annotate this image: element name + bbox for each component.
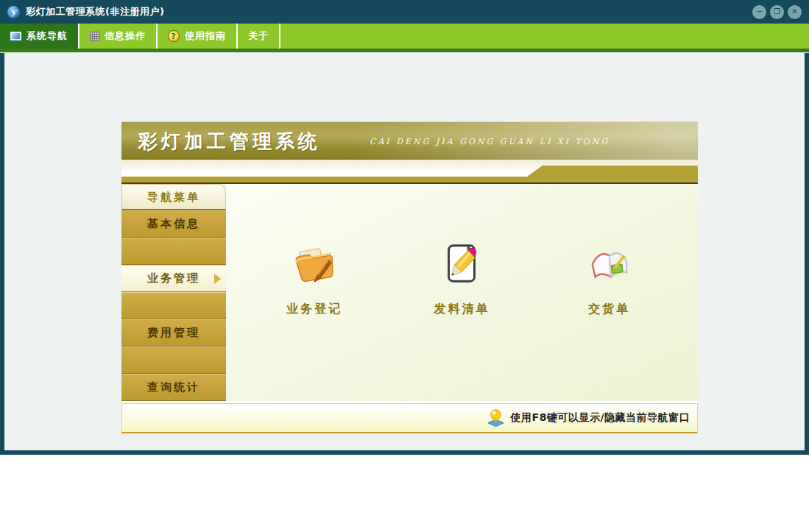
tab-label: 系统导航 xyxy=(27,29,68,43)
sidebar-item-spacer xyxy=(121,238,226,265)
app-logo-icon: y xyxy=(7,6,20,18)
shortcut-delivery-note[interactable]: 交货单 xyxy=(551,241,668,317)
app-window: y 彩灯加工管理系统(非注册用户) ─ ❐ ✕ 系统导航 信息操作 使用指南 xyxy=(0,0,809,455)
close-icon[interactable]: ✕ xyxy=(788,5,802,19)
panel-body: 导航菜单 基本信息 业务管理 费用管理 查询统计 xyxy=(121,184,698,401)
delivery-note-icon xyxy=(587,241,632,287)
banner-decor-band xyxy=(121,160,698,184)
grid-icon xyxy=(90,32,99,41)
menu-tabbar: 系统导航 信息操作 使用指南 关于 xyxy=(0,24,809,49)
minimize-icon[interactable]: ─ xyxy=(752,5,766,19)
document-pencil-icon xyxy=(439,241,485,287)
lightbulb-icon xyxy=(486,408,506,428)
sidebar-header: 导航菜单 xyxy=(121,184,226,210)
sidebar-item-fee-management[interactable]: 费用管理 xyxy=(121,319,226,347)
tab-info-operation[interactable]: 信息操作 xyxy=(80,24,158,49)
panel-banner: 彩灯加工管理系统 CAI DENG JIA GONG GUAN LI XI TO… xyxy=(121,121,698,160)
shortcut-content: 业务登记 发料清单 xyxy=(226,184,698,401)
tab-user-guide[interactable]: 使用指南 xyxy=(158,24,238,49)
window-controls: ─ ❐ ✕ xyxy=(752,5,802,19)
shortcut-label: 发料清单 xyxy=(434,302,490,317)
tab-label: 信息操作 xyxy=(105,29,146,43)
sidebar-item-spacer xyxy=(121,347,226,374)
shortcut-material-issue-list[interactable]: 发料清单 xyxy=(403,241,521,317)
tab-label: 使用指南 xyxy=(185,29,226,43)
window-title: 彩灯加工管理系统(非注册用户) xyxy=(26,5,164,18)
titlebar: y 彩灯加工管理系统(非注册用户) ─ ❐ ✕ xyxy=(0,0,809,24)
gold-bottom-strip xyxy=(121,177,698,182)
shortcut-label: 业务登记 xyxy=(286,302,342,317)
shortcut-label: 交货单 xyxy=(588,302,630,317)
tab-system-navigation[interactable]: 系统导航 xyxy=(0,24,80,49)
sidebar-item-business-management[interactable]: 业务管理 xyxy=(121,265,226,292)
panel-statusbar: 使用F8键可以显示/隐藏当前导航窗口 xyxy=(121,403,698,433)
sidebar-item-label: 业务管理 xyxy=(147,272,200,285)
sidebar-item-query-statistics[interactable]: 查询统计 xyxy=(121,374,226,401)
restore-icon[interactable]: ❐ xyxy=(770,5,784,19)
sidebar-nav-menu: 导航菜单 基本信息 业务管理 费用管理 查询统计 xyxy=(121,184,226,401)
main-area: 彩灯加工管理系统 CAI DENG JIA GONG GUAN LI XI TO… xyxy=(0,53,809,455)
panel-title: 彩灯加工管理系统 xyxy=(138,128,321,154)
folder-pencil-icon xyxy=(292,241,337,287)
shortcut-business-registration[interactable]: 业务登记 xyxy=(255,241,373,317)
tab-label: 关于 xyxy=(248,29,269,43)
panel-subtitle-pinyin: CAI DENG JIA GONG GUAN LI XI TONG xyxy=(370,136,610,146)
navigation-panel: 彩灯加工管理系统 CAI DENG JIA GONG GUAN LI XI TO… xyxy=(121,121,698,433)
screen: y 彩灯加工管理系统(非注册用户) ─ ❐ ✕ 系统导航 信息操作 使用指南 xyxy=(0,0,809,532)
sidebar-item-basic-info[interactable]: 基本信息 xyxy=(121,210,226,238)
arrow-right-icon xyxy=(214,274,221,284)
sidebar-item-spacer xyxy=(121,292,226,319)
help-coin-icon xyxy=(168,30,180,42)
tab-about[interactable]: 关于 xyxy=(238,24,280,49)
monitor-icon xyxy=(10,32,21,40)
f8-hint-text: 使用F8键可以显示/隐藏当前导航窗口 xyxy=(511,411,690,425)
